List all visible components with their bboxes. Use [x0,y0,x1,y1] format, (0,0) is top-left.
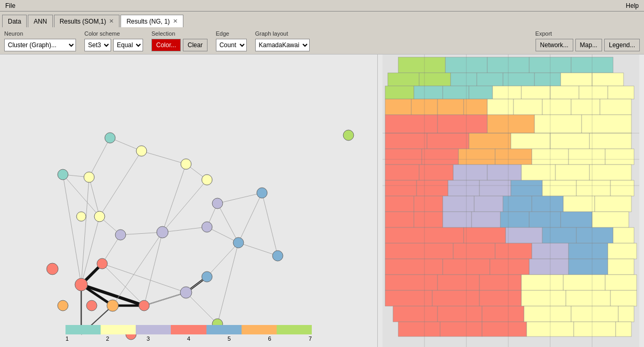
neuron-select[interactable]: Cluster (Graph)... [4,39,76,51]
svg-rect-80 [534,73,561,86]
svg-rect-154 [576,227,613,243]
svg-rect-114 [459,149,495,165]
svg-rect-98 [542,99,571,115]
export-legend-button[interactable]: Legend... [604,39,640,51]
svg-rect-133 [610,180,634,196]
legend-label-3: 3 [147,335,150,342]
export-map-button[interactable]: Map... [575,39,602,51]
svg-rect-84 [414,86,443,99]
legend-seg-7 [277,325,312,334]
legend-seg-4 [171,325,206,334]
svg-rect-157 [453,243,495,259]
svg-rect-126 [385,180,417,196]
color-scheme-group: Color scheme Set3 Equal [84,30,143,51]
svg-rect-108 [469,133,511,149]
svg-rect-162 [385,259,443,275]
svg-point-59 [97,258,107,269]
svg-rect-181 [438,306,482,322]
svg-rect-170 [479,275,521,290]
svg-rect-92 [385,99,411,115]
svg-rect-134 [385,196,414,212]
svg-point-44 [77,212,86,221]
svg-rect-118 [605,149,634,165]
selection-clear-button[interactable]: Clear [183,39,208,51]
svg-rect-96 [487,99,514,115]
menu-bar: File Help [0,0,644,12]
svg-rect-77 [451,73,477,86]
selection-color-button[interactable]: Color... [151,39,181,51]
svg-rect-112 [385,149,422,165]
svg-point-45 [136,146,147,156]
svg-rect-182 [482,306,524,322]
legend-seg-3 [136,325,171,334]
tab-ng1[interactable]: Results (NG, 1) ✕ [121,15,183,27]
svg-rect-180 [393,306,438,322]
svg-point-67 [84,172,94,182]
svg-point-48 [202,175,212,185]
svg-point-53 [233,237,244,248]
svg-rect-177 [521,290,566,306]
svg-rect-146 [500,212,529,227]
svg-rect-140 [563,196,595,212]
svg-rect-142 [385,212,414,227]
legend-label-5: 5 [227,335,231,342]
svg-rect-100 [600,99,631,115]
svg-rect-82 [592,73,624,86]
svg-rect-78 [477,73,503,86]
legend-seg-1 [66,325,101,334]
svg-rect-113 [422,149,459,165]
legend-seg-2 [101,325,136,334]
svg-rect-145 [472,212,500,227]
svg-rect-89 [550,86,579,99]
export-label: Export [536,30,640,37]
svg-rect-110 [550,133,590,149]
svg-rect-168 [385,275,438,290]
color-scheme-select[interactable]: Set3 [84,39,111,51]
color-scheme-option-select[interactable]: Equal [113,39,143,51]
svg-rect-172 [563,275,605,290]
svg-rect-107 [427,133,469,149]
svg-rect-143 [414,212,443,227]
export-group: Export Network... Map... Legend... [536,30,640,51]
svg-rect-79 [503,73,534,86]
svg-point-52 [212,198,223,209]
svg-rect-185 [618,306,634,322]
tab-ng1-close[interactable]: ✕ [173,18,178,25]
svg-rect-179 [610,290,637,306]
svg-rect-106 [385,133,427,149]
svg-point-61 [107,300,118,311]
svg-rect-190 [574,322,616,337]
tab-som1-close[interactable]: ✕ [109,18,114,25]
map-svg[interactable] [378,55,644,347]
svg-rect-130 [511,180,542,196]
svg-rect-147 [529,212,561,227]
tab-data[interactable]: Data [2,15,27,27]
graph-svg[interactable] [0,55,377,347]
menu-file[interactable]: File [2,1,18,10]
svg-point-62 [58,300,68,311]
svg-rect-90 [579,86,608,99]
graph-layout-select[interactable]: KamadaKawai [255,39,310,51]
svg-rect-127 [417,180,448,196]
edge-select[interactable]: Count [216,39,247,51]
svg-rect-174 [385,290,432,306]
svg-rect-187 [440,322,482,337]
color-scheme-label: Color scheme [84,30,143,37]
svg-rect-102 [438,115,487,133]
svg-point-43 [58,169,68,180]
tab-ann[interactable]: ANN [28,15,52,27]
menu-help[interactable]: Help [623,1,642,10]
svg-rect-121 [453,165,487,180]
svg-rect-128 [448,180,479,196]
svg-point-55 [272,251,283,261]
svg-rect-85 [443,86,469,99]
export-network-button[interactable]: Network... [536,39,573,51]
svg-rect-167 [608,259,634,275]
svg-rect-131 [542,180,576,196]
svg-rect-155 [613,227,634,243]
svg-rect-141 [595,196,631,212]
svg-rect-166 [569,259,608,275]
svg-point-57 [75,278,88,291]
svg-rect-151 [464,227,506,243]
tab-som1[interactable]: Results (SOM,1) ✕ [54,15,120,27]
